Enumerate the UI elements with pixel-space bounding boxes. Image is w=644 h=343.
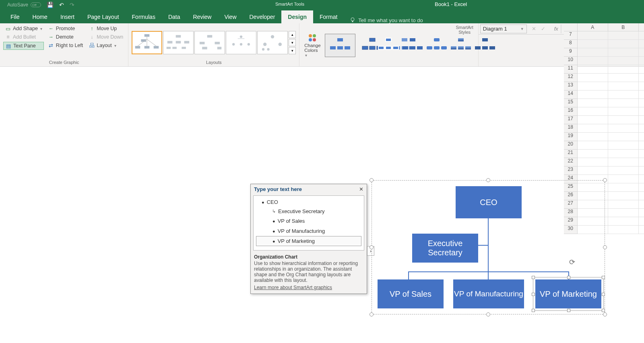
cell[interactable]	[608, 116, 639, 124]
cell[interactable]	[639, 141, 644, 150]
select-all-corner[interactable]	[564, 23, 578, 31]
promote-button[interactable]: ←Promote	[46, 25, 85, 32]
cell[interactable]	[578, 107, 608, 116]
cell[interactable]	[578, 158, 608, 166]
row-header[interactable]: 7	[564, 31, 578, 40]
row-header[interactable]: 8	[564, 40, 578, 48]
cell[interactable]	[608, 65, 639, 74]
row-header[interactable]: 23	[564, 166, 578, 175]
cell[interactable]	[578, 48, 608, 57]
autosave-toggle[interactable]: AutoSave Off	[7, 2, 41, 8]
cell[interactable]	[578, 74, 608, 82]
cell[interactable]	[608, 124, 639, 133]
cell[interactable]	[639, 133, 644, 141]
row-header[interactable]: 9	[564, 48, 578, 57]
row-header[interactable]: 17	[564, 116, 578, 124]
style-thumb-1[interactable]	[325, 34, 355, 57]
accept-formula-icon[interactable]: ✓	[541, 26, 545, 32]
text-pane-toggle[interactable]: ▤Text Pane	[3, 42, 44, 50]
row-header[interactable]: 22	[564, 158, 578, 166]
resize-handle[interactable]	[532, 276, 535, 279]
node-vp-sales[interactable]: VP of Sales	[378, 279, 444, 308]
tab-page-layout[interactable]: Page Layout	[81, 10, 126, 23]
style-thumb-5[interactable]	[400, 34, 425, 57]
tab-home[interactable]: Home	[26, 10, 54, 23]
resize-handle[interactable]	[602, 309, 605, 312]
style-thumb-8[interactable]	[473, 34, 497, 57]
resize-handle[interactable]	[369, 178, 374, 182]
autosave-switch[interactable]: Off	[31, 2, 41, 7]
text-pane[interactable]: Type your text here ✕ ●CEO ↳Executive Se…	[250, 184, 367, 294]
cell[interactable]	[639, 31, 644, 40]
spreadsheet-grid[interactable]: ABCDEFGHIJKLMNOPQRST 7891011121314151617…	[564, 23, 644, 66]
row-header[interactable]: 14	[564, 90, 578, 99]
cell[interactable]	[639, 74, 644, 82]
undo-icon[interactable]: ↶	[59, 2, 64, 8]
cell[interactable]	[639, 90, 644, 99]
cell[interactable]	[578, 99, 608, 107]
cell[interactable]	[608, 57, 639, 65]
cell[interactable]	[578, 166, 608, 175]
cell[interactable]	[608, 107, 639, 116]
row-header[interactable]: 13	[564, 82, 578, 90]
cell[interactable]	[639, 40, 644, 48]
tab-developer[interactable]: Developer	[243, 10, 282, 23]
column-header[interactable]: C	[639, 23, 644, 31]
node-ceo[interactable]: CEO	[456, 186, 522, 218]
layout-button[interactable]: 品Layout▾	[87, 42, 125, 49]
tell-me-search[interactable]: Tell me what you want to do	[344, 17, 423, 23]
cell[interactable]	[578, 150, 608, 158]
cell[interactable]	[639, 226, 644, 234]
close-icon[interactable]: ✕	[359, 186, 363, 192]
row-header[interactable]: 21	[564, 150, 578, 158]
cell[interactable]	[639, 166, 644, 175]
move-up-button[interactable]: ↑Move Up	[87, 25, 125, 32]
cell[interactable]	[578, 65, 608, 74]
cell[interactable]	[608, 74, 639, 82]
cell[interactable]	[578, 40, 608, 48]
resize-handle[interactable]	[532, 309, 535, 312]
style-thumb-6[interactable]	[425, 34, 449, 57]
tab-design[interactable]: Design	[281, 10, 313, 23]
text-pane-item[interactable]: ●CEO	[256, 197, 361, 207]
cell[interactable]	[608, 209, 639, 217]
cell[interactable]	[608, 99, 639, 107]
right-to-left-button[interactable]: ⇄Right to Left	[46, 42, 85, 49]
cell[interactable]	[578, 116, 608, 124]
cell[interactable]	[639, 200, 644, 209]
resize-handle[interactable]	[369, 312, 374, 316]
cell[interactable]	[608, 48, 639, 57]
cell[interactable]	[578, 141, 608, 150]
resize-handle[interactable]	[486, 312, 490, 316]
cell[interactable]	[608, 133, 639, 141]
cell[interactable]	[578, 90, 608, 99]
change-colors-button[interactable]: Change Colors ▾	[303, 25, 322, 66]
cell[interactable]	[578, 124, 608, 133]
cell[interactable]	[639, 158, 644, 166]
layout-thumb-4[interactable]	[226, 31, 256, 54]
cell[interactable]	[608, 158, 639, 166]
layout-thumb-1[interactable]	[132, 31, 162, 54]
layouts-gallery-more[interactable]: ▴▾▾	[289, 31, 296, 54]
cell[interactable]	[639, 99, 644, 107]
cell[interactable]	[608, 141, 639, 150]
row-header[interactable]: 18	[564, 124, 578, 133]
cell[interactable]	[639, 217, 644, 226]
row-header[interactable]: 11	[564, 65, 578, 74]
row-header[interactable]: 10	[564, 57, 578, 65]
resize-handle[interactable]	[486, 178, 490, 182]
cell[interactable]	[608, 82, 639, 90]
cell[interactable]	[639, 183, 644, 192]
cell[interactable]	[639, 192, 644, 200]
cell[interactable]	[608, 90, 639, 99]
learn-more-link[interactable]: Learn more about SmartArt graphics	[254, 285, 363, 290]
cell[interactable]	[578, 31, 608, 40]
tab-data[interactable]: Data	[162, 10, 187, 23]
resize-handle[interactable]	[603, 245, 607, 249]
resize-handle[interactable]	[567, 309, 570, 312]
redo-icon[interactable]: ↷	[70, 2, 74, 8]
cell[interactable]	[608, 150, 639, 158]
tab-insert[interactable]: Insert	[54, 10, 81, 23]
cell[interactable]	[608, 200, 639, 209]
style-thumb-4[interactable]	[376, 34, 400, 57]
